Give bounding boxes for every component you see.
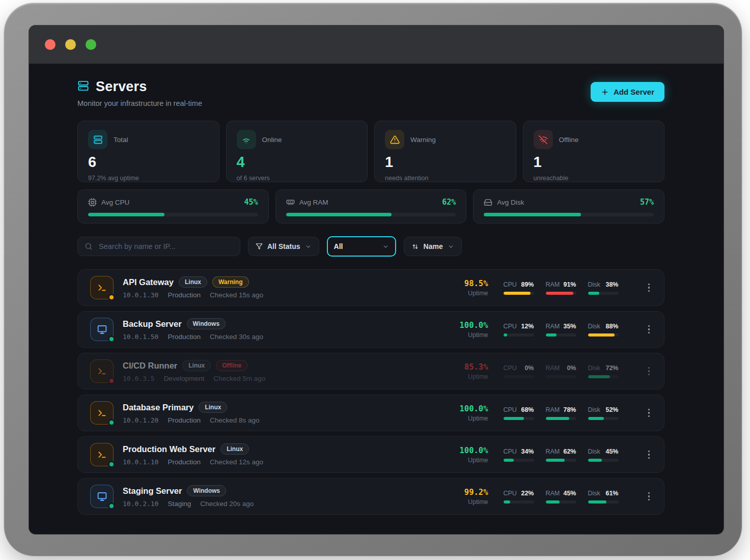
metric-bar [588,292,619,295]
uptime-label: Uptime [456,290,488,297]
stat-label: Total [114,136,128,144]
stat-label: Warning [410,136,436,144]
stat-card-online: Online 4 of 6 servers [226,121,368,182]
uptime-block: 100.0% Uptime [456,321,488,339]
status-dot [108,419,115,426]
server-last-checked: Checked 15s ago [210,291,263,299]
server-info: Production Web Server Linux 10.0.1.10 Pr… [123,443,263,466]
metric-bar [588,417,619,420]
metric-value: 38% [605,281,618,288]
server-info: API Gateway Linux Warning 10.0.1.30 Prod… [123,276,263,299]
avg-progress-bar [88,213,258,216]
metric-label: RAM [546,490,560,497]
server-ip: 10.0.1.20 [123,416,158,424]
metric-value: 45% [605,448,618,455]
server-row[interactable]: Staging Server Windows 10.0.2.10 Staging… [77,478,664,515]
minimize-window-button[interactable] [65,39,76,50]
row-menu-button[interactable] [646,365,652,378]
uptime-value: 99.2% [456,488,488,497]
metric-value: 0% [524,365,534,372]
metric-value: 35% [563,323,576,330]
metric-bar [504,500,534,503]
avg-value: 45% [244,198,258,207]
disk-metric: Disk72% [588,365,619,378]
main-content: Servers Monitor your infrastructure in r… [29,64,664,515]
server-row[interactable]: Backup Server Windows 10.0.1.50 Producti… [77,311,664,348]
search-icon [85,242,93,250]
server-ip: 10.0.2.10 [123,500,158,508]
server-row[interactable]: CI/CD Runner Linux Offline 10.0.3.5 Deve… [77,353,664,389]
funnel-icon [256,243,263,250]
wifi-off-icon [534,130,553,149]
metric-value: 88% [605,323,618,330]
metric-bar [588,500,619,503]
cpu-metric: CPU0% [504,365,534,378]
row-menu-button[interactable] [646,407,652,419]
uptime-block: 85.3% Uptime [456,362,488,380]
disk-metric: Disk45% [588,448,619,462]
server-last-checked: Checked 12s ago [210,458,263,466]
server-info: Staging Server Windows 10.0.2.10 Staging… [123,485,254,508]
metric-bar [546,333,576,337]
server-info: Database Primary Linux 10.0.1.20 Product… [123,402,260,424]
ram-metric: RAM0% [546,365,576,378]
add-server-button[interactable]: Add Server [591,82,664,102]
metric-label: Disk [588,448,600,455]
server-row[interactable]: API Gateway Linux Warning 10.0.1.30 Prod… [77,269,664,306]
metric-label: RAM [546,365,560,372]
uptime-label: Uptime [456,415,488,422]
metric-label: CPU [504,406,517,413]
server-name: CI/CD Runner [123,361,177,371]
filter-row: All Status All Name [77,236,664,257]
avg-value: 57% [640,198,654,207]
ram-metric: RAM45% [546,490,576,503]
plus-icon [601,88,609,96]
row-menu-button[interactable] [646,323,652,336]
status-dot [108,294,115,301]
row-menu-button[interactable] [646,282,652,294]
status-dot [108,335,115,343]
stat-value: 4 [237,155,357,170]
page-subtitle: Monitor your infrastructure in real-time [77,99,202,107]
metric-value: 72% [605,365,618,372]
stats-grid: Total 6 97.2% avg uptime Online 4 of 6 s… [77,121,664,182]
chevron-down-icon [448,243,454,250]
terminal-icon [97,366,107,377]
uptime-label: Uptime [456,373,488,380]
search-input[interactable] [98,242,233,251]
server-icon-wrap [90,318,114,341]
metric-label: CPU [504,448,517,455]
type-filter-select[interactable]: All [327,236,396,257]
server-ip: 10.0.3.5 [123,375,155,382]
sort-arrows-icon [411,243,419,250]
os-badge: Linux [182,360,211,371]
disk-metric: Disk88% [588,323,619,337]
os-badge: Windows [187,318,226,329]
disk-metric: Disk52% [588,406,619,420]
page-title: Servers [96,79,147,95]
status-filter-button[interactable]: All Status [248,237,319,256]
status-dot [108,377,115,384]
server-row[interactable]: Database Primary Linux 10.0.1.20 Product… [77,395,664,431]
sort-button[interactable]: Name [404,237,462,256]
chevron-down-icon [305,243,312,250]
metric-label: Disk [588,365,600,372]
status-badge: Offline [216,360,247,371]
row-menu-button[interactable] [646,490,652,503]
server-icon-wrap [90,401,114,425]
server-environment: Production [168,458,201,466]
server-icon [88,130,107,149]
server-name: Backup Server [123,319,182,329]
stat-value: 1 [385,155,506,170]
stat-sub: unreachable [534,175,654,182]
avg-disk-card: Avg Disk 57% [473,189,664,223]
row-menu-button[interactable] [646,449,652,461]
terminal-icon [97,408,107,418]
metric-bar [588,333,619,337]
uptime-block: 100.0% Uptime [456,404,488,422]
maximize-window-button[interactable] [86,39,96,50]
close-window-button[interactable] [45,39,55,50]
server-environment: Staging [168,500,191,508]
metric-bar [504,333,534,337]
server-row[interactable]: Production Web Server Linux 10.0.1.10 Pr… [77,436,664,473]
